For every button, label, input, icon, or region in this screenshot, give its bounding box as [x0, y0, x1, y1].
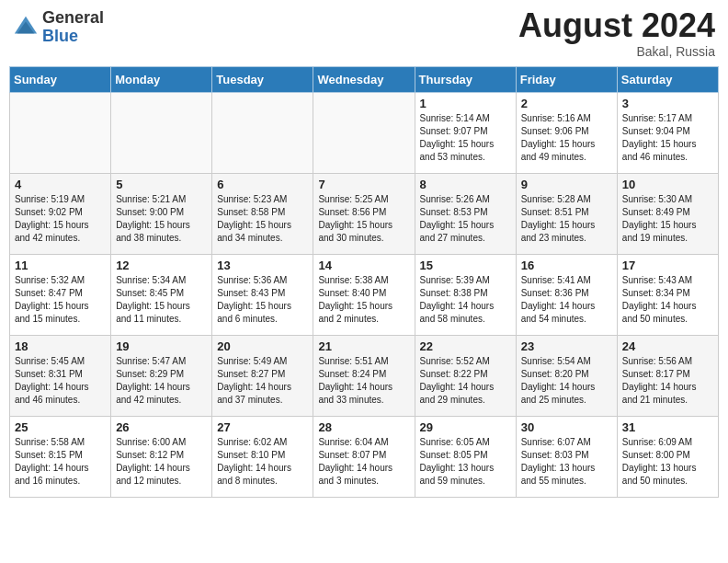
- day-header-wednesday: Wednesday: [313, 67, 415, 93]
- calendar-cell: 3Sunrise: 5:17 AM Sunset: 9:04 PM Daylig…: [617, 93, 718, 174]
- calendar-cell: 22Sunrise: 5:52 AM Sunset: 8:22 PM Dayli…: [415, 336, 516, 417]
- day-info: Sunrise: 5:30 AM Sunset: 8:49 PM Dayligh…: [622, 193, 713, 245]
- calendar-cell: 8Sunrise: 5:26 AM Sunset: 8:53 PM Daylig…: [415, 174, 516, 255]
- month-year-title: August 2024: [518, 9, 715, 42]
- day-info: Sunrise: 5:47 AM Sunset: 8:29 PM Dayligh…: [116, 355, 207, 407]
- logo-text: General Blue: [42, 9, 104, 46]
- day-info: Sunrise: 5:56 AM Sunset: 8:17 PM Dayligh…: [622, 355, 713, 407]
- calendar-table: SundayMondayTuesdayWednesdayThursdayFrid…: [9, 66, 719, 498]
- calendar-cell: 1Sunrise: 5:14 AM Sunset: 9:07 PM Daylig…: [415, 93, 516, 174]
- day-number: 8: [420, 178, 511, 191]
- calendar-header-row: SundayMondayTuesdayWednesdayThursdayFrid…: [10, 67, 719, 93]
- week-row-1: 1Sunrise: 5:14 AM Sunset: 9:07 PM Daylig…: [10, 93, 719, 174]
- day-info: Sunrise: 6:05 AM Sunset: 8:05 PM Dayligh…: [420, 436, 511, 488]
- day-header-friday: Friday: [516, 67, 617, 93]
- week-row-4: 18Sunrise: 5:45 AM Sunset: 8:31 PM Dayli…: [10, 336, 719, 417]
- day-number: 13: [217, 259, 308, 272]
- day-info: Sunrise: 5:32 AM Sunset: 8:47 PM Dayligh…: [15, 274, 106, 326]
- calendar-cell: 25Sunrise: 5:58 AM Sunset: 8:15 PM Dayli…: [10, 417, 111, 498]
- day-number: 28: [318, 420, 409, 434]
- day-number: 1: [420, 97, 511, 110]
- day-header-saturday: Saturday: [617, 67, 718, 93]
- day-info: Sunrise: 5:21 AM Sunset: 9:00 PM Dayligh…: [116, 193, 207, 245]
- day-number: 21: [318, 339, 409, 353]
- calendar-cell: 5Sunrise: 5:21 AM Sunset: 9:00 PM Daylig…: [111, 174, 212, 255]
- day-number: 2: [521, 97, 612, 110]
- logo-blue-text: Blue: [42, 27, 78, 45]
- day-number: 6: [217, 178, 308, 191]
- logo-general-text: General: [42, 8, 104, 27]
- calendar-cell: 27Sunrise: 6:02 AM Sunset: 8:10 PM Dayli…: [212, 417, 313, 498]
- day-header-thursday: Thursday: [415, 67, 516, 93]
- day-info: Sunrise: 5:43 AM Sunset: 8:34 PM Dayligh…: [622, 274, 713, 326]
- calendar-cell: [111, 93, 212, 174]
- calendar-cell: 19Sunrise: 5:47 AM Sunset: 8:29 PM Dayli…: [111, 336, 212, 417]
- day-number: 11: [15, 259, 106, 272]
- day-info: Sunrise: 5:41 AM Sunset: 8:36 PM Dayligh…: [521, 274, 612, 326]
- day-number: 10: [622, 178, 713, 191]
- day-info: Sunrise: 6:04 AM Sunset: 8:07 PM Dayligh…: [318, 436, 409, 488]
- calendar-cell: 30Sunrise: 6:07 AM Sunset: 8:03 PM Dayli…: [516, 417, 617, 498]
- day-number: 17: [622, 259, 713, 272]
- calendar-cell: 15Sunrise: 5:39 AM Sunset: 8:38 PM Dayli…: [415, 255, 516, 336]
- day-number: 4: [15, 178, 106, 191]
- day-number: 5: [116, 178, 207, 191]
- day-info: Sunrise: 5:14 AM Sunset: 9:07 PM Dayligh…: [420, 112, 511, 164]
- calendar-cell: 24Sunrise: 5:56 AM Sunset: 8:17 PM Dayli…: [617, 336, 718, 417]
- location-text: Bakal, Russia: [518, 44, 715, 59]
- day-number: 23: [521, 339, 612, 353]
- day-info: Sunrise: 5:16 AM Sunset: 9:06 PM Dayligh…: [521, 112, 612, 164]
- calendar-cell: 18Sunrise: 5:45 AM Sunset: 8:31 PM Dayli…: [10, 336, 111, 417]
- day-info: Sunrise: 5:19 AM Sunset: 9:02 PM Dayligh…: [15, 193, 106, 245]
- calendar-cell: 20Sunrise: 5:49 AM Sunset: 8:27 PM Dayli…: [212, 336, 313, 417]
- calendar-cell: 6Sunrise: 5:23 AM Sunset: 8:58 PM Daylig…: [212, 174, 313, 255]
- day-number: 15: [420, 259, 511, 272]
- day-info: Sunrise: 5:51 AM Sunset: 8:24 PM Dayligh…: [318, 355, 409, 407]
- day-number: 22: [420, 339, 511, 353]
- calendar-cell: 23Sunrise: 5:54 AM Sunset: 8:20 PM Dayli…: [516, 336, 617, 417]
- day-info: Sunrise: 5:34 AM Sunset: 8:45 PM Dayligh…: [116, 274, 207, 326]
- calendar-cell: 4Sunrise: 5:19 AM Sunset: 9:02 PM Daylig…: [10, 174, 111, 255]
- day-header-monday: Monday: [111, 67, 212, 93]
- calendar-cell: 31Sunrise: 6:09 AM Sunset: 8:00 PM Dayli…: [617, 417, 718, 498]
- calendar-cell: 7Sunrise: 5:25 AM Sunset: 8:56 PM Daylig…: [313, 174, 415, 255]
- logo: General Blue: [13, 9, 104, 46]
- day-number: 9: [521, 178, 612, 191]
- day-number: 24: [622, 339, 713, 353]
- day-info: Sunrise: 5:26 AM Sunset: 8:53 PM Dayligh…: [420, 193, 511, 245]
- day-info: Sunrise: 5:28 AM Sunset: 8:51 PM Dayligh…: [521, 193, 612, 245]
- calendar-cell: 14Sunrise: 5:38 AM Sunset: 8:40 PM Dayli…: [313, 255, 415, 336]
- page-header: General Blue August 2024 Bakal, Russia: [9, 9, 719, 59]
- day-header-sunday: Sunday: [10, 67, 111, 93]
- day-info: Sunrise: 5:54 AM Sunset: 8:20 PM Dayligh…: [521, 355, 612, 407]
- calendar-cell: 10Sunrise: 5:30 AM Sunset: 8:49 PM Dayli…: [617, 174, 718, 255]
- day-info: Sunrise: 6:07 AM Sunset: 8:03 PM Dayligh…: [521, 436, 612, 488]
- calendar-cell: 9Sunrise: 5:28 AM Sunset: 8:51 PM Daylig…: [516, 174, 617, 255]
- calendar-cell: 13Sunrise: 5:36 AM Sunset: 8:43 PM Dayli…: [212, 255, 313, 336]
- day-info: Sunrise: 5:36 AM Sunset: 8:43 PM Dayligh…: [217, 274, 308, 326]
- week-row-3: 11Sunrise: 5:32 AM Sunset: 8:47 PM Dayli…: [10, 255, 719, 336]
- calendar-cell: 29Sunrise: 6:05 AM Sunset: 8:05 PM Dayli…: [415, 417, 516, 498]
- calendar-cell: 12Sunrise: 5:34 AM Sunset: 8:45 PM Dayli…: [111, 255, 212, 336]
- day-number: 14: [318, 259, 409, 272]
- week-row-2: 4Sunrise: 5:19 AM Sunset: 9:02 PM Daylig…: [10, 174, 719, 255]
- day-info: Sunrise: 5:38 AM Sunset: 8:40 PM Dayligh…: [318, 274, 409, 326]
- day-info: Sunrise: 6:09 AM Sunset: 8:00 PM Dayligh…: [622, 436, 713, 488]
- calendar-cell: [10, 93, 111, 174]
- calendar-cell: 28Sunrise: 6:04 AM Sunset: 8:07 PM Dayli…: [313, 417, 415, 498]
- day-number: 31: [622, 420, 713, 434]
- day-number: 3: [622, 97, 713, 110]
- day-number: 18: [15, 339, 106, 353]
- calendar-cell: 11Sunrise: 5:32 AM Sunset: 8:47 PM Dayli…: [10, 255, 111, 336]
- day-info: Sunrise: 6:00 AM Sunset: 8:12 PM Dayligh…: [116, 436, 207, 488]
- day-header-tuesday: Tuesday: [212, 67, 313, 93]
- logo-icon: [13, 15, 39, 40]
- day-info: Sunrise: 5:52 AM Sunset: 8:22 PM Dayligh…: [420, 355, 511, 407]
- day-info: Sunrise: 5:49 AM Sunset: 8:27 PM Dayligh…: [217, 355, 308, 407]
- calendar-cell: [313, 93, 415, 174]
- day-number: 25: [15, 420, 106, 434]
- day-number: 27: [217, 420, 308, 434]
- day-info: Sunrise: 5:45 AM Sunset: 8:31 PM Dayligh…: [15, 355, 106, 407]
- week-row-5: 25Sunrise: 5:58 AM Sunset: 8:15 PM Dayli…: [10, 417, 719, 498]
- calendar-cell: 16Sunrise: 5:41 AM Sunset: 8:36 PM Dayli…: [516, 255, 617, 336]
